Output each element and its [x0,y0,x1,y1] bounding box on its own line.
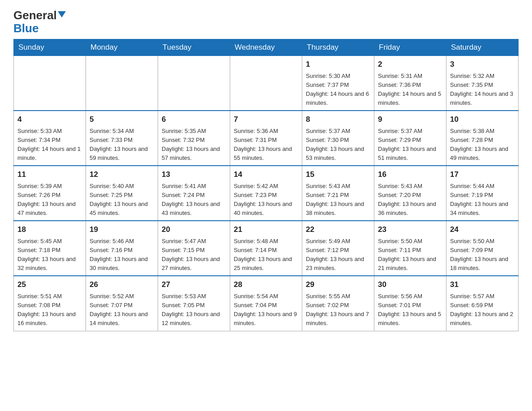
day-number: 20 [162,224,226,235]
day-number: 16 [378,169,442,180]
day-number: 21 [234,224,298,235]
day-number: 1 [306,59,370,70]
calendar-body: 1Sunrise: 5:30 AM Sunset: 7:37 PM Daylig… [14,56,519,331]
day-info: Sunrise: 5:56 AM Sunset: 7:01 PM Dayligh… [378,292,442,328]
day-info: Sunrise: 5:33 AM Sunset: 7:34 PM Dayligh… [17,127,82,163]
calendar-cell: 24Sunrise: 5:50 AM Sunset: 7:09 PM Dayli… [446,221,519,276]
day-info: Sunrise: 5:45 AM Sunset: 7:18 PM Dayligh… [17,237,82,273]
calendar-header: SundayMondayTuesdayWednesdayThursdayFrid… [14,39,519,56]
day-info: Sunrise: 5:31 AM Sunset: 7:36 PM Dayligh… [378,72,442,108]
calendar-cell: 28Sunrise: 5:54 AM Sunset: 7:04 PM Dayli… [230,276,302,331]
calendar-cell [230,56,302,111]
calendar-cell: 19Sunrise: 5:46 AM Sunset: 7:16 PM Dayli… [86,221,158,276]
day-number: 15 [306,169,370,180]
calendar-cell: 11Sunrise: 5:39 AM Sunset: 7:26 PM Dayli… [14,166,86,221]
day-info: Sunrise: 5:43 AM Sunset: 7:20 PM Dayligh… [378,182,442,218]
day-number: 23 [378,224,442,235]
day-number: 11 [17,169,82,180]
day-info: Sunrise: 5:50 AM Sunset: 7:11 PM Dayligh… [378,237,442,273]
day-number: 18 [17,224,82,235]
calendar-cell: 29Sunrise: 5:55 AM Sunset: 7:02 PM Dayli… [302,276,374,331]
weekday-header-tuesday: Tuesday [158,39,230,56]
calendar-cell: 22Sunrise: 5:49 AM Sunset: 7:12 PM Dayli… [302,221,374,276]
weekday-header-wednesday: Wednesday [230,39,302,56]
day-info: Sunrise: 5:49 AM Sunset: 7:12 PM Dayligh… [306,237,370,273]
day-info: Sunrise: 5:40 AM Sunset: 7:25 PM Dayligh… [90,182,154,218]
calendar-cell: 12Sunrise: 5:40 AM Sunset: 7:25 PM Dayli… [86,166,158,221]
calendar-cell: 31Sunrise: 5:57 AM Sunset: 6:59 PM Dayli… [446,276,519,331]
day-info: Sunrise: 5:51 AM Sunset: 7:08 PM Dayligh… [17,292,82,328]
weekday-header-monday: Monday [86,39,158,56]
logo-triangle-icon [58,11,66,17]
day-number: 2 [378,59,442,70]
calendar-table: SundayMondayTuesdayWednesdayThursdayFrid… [13,39,519,331]
week-row-5: 25Sunrise: 5:51 AM Sunset: 7:08 PM Dayli… [14,276,519,331]
calendar-cell: 7Sunrise: 5:36 AM Sunset: 7:31 PM Daylig… [230,111,302,166]
day-info: Sunrise: 5:34 AM Sunset: 7:33 PM Dayligh… [90,127,154,163]
day-info: Sunrise: 5:39 AM Sunset: 7:26 PM Dayligh… [17,182,82,218]
day-info: Sunrise: 5:47 AM Sunset: 7:15 PM Dayligh… [162,237,226,273]
calendar-cell: 18Sunrise: 5:45 AM Sunset: 7:18 PM Dayli… [14,221,86,276]
calendar-cell: 21Sunrise: 5:48 AM Sunset: 7:14 PM Dayli… [230,221,302,276]
day-info: Sunrise: 5:38 AM Sunset: 7:28 PM Dayligh… [450,127,515,163]
logo-text: GeneralBlue [13,9,66,34]
day-info: Sunrise: 5:44 AM Sunset: 7:19 PM Dayligh… [450,182,515,218]
day-number: 6 [162,114,226,125]
calendar-cell: 10Sunrise: 5:38 AM Sunset: 7:28 PM Dayli… [446,111,519,166]
calendar-cell: 15Sunrise: 5:43 AM Sunset: 7:21 PM Dayli… [302,166,374,221]
day-info: Sunrise: 5:46 AM Sunset: 7:16 PM Dayligh… [90,237,154,273]
day-number: 12 [90,169,154,180]
calendar-cell: 2Sunrise: 5:31 AM Sunset: 7:36 PM Daylig… [374,56,446,111]
calendar-cell: 3Sunrise: 5:32 AM Sunset: 7:35 PM Daylig… [446,56,519,111]
day-info: Sunrise: 5:30 AM Sunset: 7:37 PM Dayligh… [306,72,370,108]
calendar-cell: 16Sunrise: 5:43 AM Sunset: 7:20 PM Dayli… [374,166,446,221]
weekday-header-row: SundayMondayTuesdayWednesdayThursdayFrid… [14,39,519,56]
day-number: 28 [234,279,298,291]
day-number: 7 [234,114,298,125]
calendar-cell: 9Sunrise: 5:37 AM Sunset: 7:29 PM Daylig… [374,111,446,166]
calendar-cell [158,56,230,111]
calendar-cell: 5Sunrise: 5:34 AM Sunset: 7:33 PM Daylig… [86,111,158,166]
logo: GeneralBlue [13,9,66,34]
day-number: 24 [450,224,515,235]
calendar-cell: 20Sunrise: 5:47 AM Sunset: 7:15 PM Dayli… [158,221,230,276]
day-info: Sunrise: 5:43 AM Sunset: 7:21 PM Dayligh… [306,182,370,218]
day-number: 22 [306,224,370,235]
page-header: GeneralBlue [13,9,519,34]
day-info: Sunrise: 5:50 AM Sunset: 7:09 PM Dayligh… [450,237,515,273]
calendar-cell: 13Sunrise: 5:41 AM Sunset: 7:24 PM Dayli… [158,166,230,221]
day-number: 14 [234,169,298,180]
day-number: 29 [306,279,370,291]
day-info: Sunrise: 5:37 AM Sunset: 7:30 PM Dayligh… [306,127,370,163]
day-number: 4 [17,114,82,125]
weekday-header-sunday: Sunday [14,39,86,56]
day-info: Sunrise: 5:42 AM Sunset: 7:23 PM Dayligh… [234,182,298,218]
day-number: 25 [17,279,82,291]
day-info: Sunrise: 5:57 AM Sunset: 6:59 PM Dayligh… [450,292,515,328]
calendar-cell: 23Sunrise: 5:50 AM Sunset: 7:11 PM Dayli… [374,221,446,276]
day-number: 19 [90,224,154,235]
day-info: Sunrise: 5:48 AM Sunset: 7:14 PM Dayligh… [234,237,298,273]
week-row-4: 18Sunrise: 5:45 AM Sunset: 7:18 PM Dayli… [14,221,519,276]
day-number: 30 [378,279,442,291]
day-info: Sunrise: 5:53 AM Sunset: 7:05 PM Dayligh… [162,292,226,328]
calendar-cell: 6Sunrise: 5:35 AM Sunset: 7:32 PM Daylig… [158,111,230,166]
calendar-cell: 1Sunrise: 5:30 AM Sunset: 7:37 PM Daylig… [302,56,374,111]
day-number: 26 [90,279,154,291]
day-info: Sunrise: 5:37 AM Sunset: 7:29 PM Dayligh… [378,127,442,163]
day-number: 9 [378,114,442,125]
logo-blue: Blue [13,21,39,35]
day-number: 5 [90,114,154,125]
day-number: 8 [306,114,370,125]
day-info: Sunrise: 5:55 AM Sunset: 7:02 PM Dayligh… [306,292,370,328]
day-number: 3 [450,59,515,70]
calendar-cell: 30Sunrise: 5:56 AM Sunset: 7:01 PM Dayli… [374,276,446,331]
week-row-2: 4Sunrise: 5:33 AM Sunset: 7:34 PM Daylig… [14,111,519,166]
calendar-cell: 26Sunrise: 5:52 AM Sunset: 7:07 PM Dayli… [86,276,158,331]
day-info: Sunrise: 5:35 AM Sunset: 7:32 PM Dayligh… [162,127,226,163]
calendar-cell: 8Sunrise: 5:37 AM Sunset: 7:30 PM Daylig… [302,111,374,166]
day-info: Sunrise: 5:41 AM Sunset: 7:24 PM Dayligh… [162,182,226,218]
calendar-cell [14,56,86,111]
calendar-cell [86,56,158,111]
day-info: Sunrise: 5:36 AM Sunset: 7:31 PM Dayligh… [234,127,298,163]
